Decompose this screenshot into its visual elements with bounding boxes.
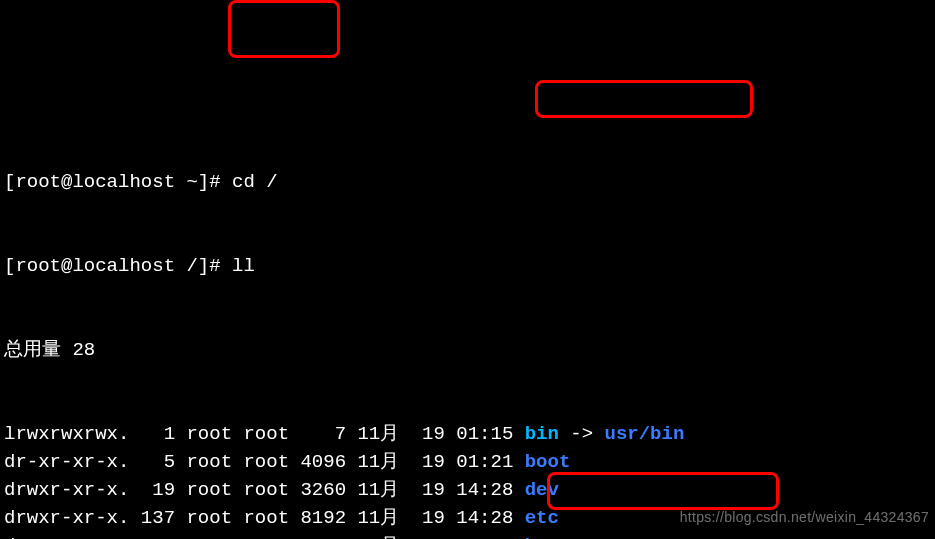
file-name: boot	[525, 451, 571, 473]
command-text: ll	[232, 255, 255, 277]
terminal-output: [root@localhost ~]# cd / [root@localhost…	[0, 112, 935, 539]
file-meta: drwxr-xr-x. 19 root root 3260 11月 19 14:…	[4, 479, 525, 501]
list-item: drwxr-xr-x. 4 root root 37 11月 18 20:07 …	[4, 532, 931, 539]
total-line: 总用量 28	[4, 336, 931, 364]
file-name: bin	[525, 423, 559, 445]
prompt-prefix: [root@localhost /]#	[4, 255, 232, 277]
file-meta: drwxr-xr-x. 4 root root 37 11月 18 20:07	[4, 535, 525, 539]
file-name: dev	[525, 479, 559, 501]
symlink-target: usr/bin	[605, 423, 685, 445]
prompt-line-2[interactable]: [root@localhost /]# ll	[4, 252, 931, 280]
file-name: etc	[525, 507, 559, 529]
highlight-box-commands	[228, 0, 340, 58]
file-meta: drwxr-xr-x. 137 root root 8192 11月 19 14…	[4, 507, 525, 529]
command-text: cd /	[232, 171, 278, 193]
file-name: home	[525, 535, 571, 539]
prompt-line-1[interactable]: [root@localhost ~]# cd /	[4, 168, 931, 196]
symlink-arrow: ->	[559, 423, 605, 445]
list-item: dr-xr-xr-x. 5 root root 4096 11月 19 01:2…	[4, 448, 931, 476]
list-item: lrwxrwxrwx. 1 root root 7 11月 19 01:15 b…	[4, 420, 931, 448]
watermark-text: https://blog.csdn.net/weixin_44324367	[680, 503, 929, 531]
file-meta: dr-xr-xr-x. 5 root root 4096 11月 19 01:2…	[4, 451, 525, 473]
file-meta: lrwxrwxrwx. 1 root root 7 11月 19 01:15	[4, 423, 525, 445]
list-item: drwxr-xr-x. 19 root root 3260 11月 19 14:…	[4, 476, 931, 504]
prompt-prefix: [root@localhost ~]#	[4, 171, 232, 193]
